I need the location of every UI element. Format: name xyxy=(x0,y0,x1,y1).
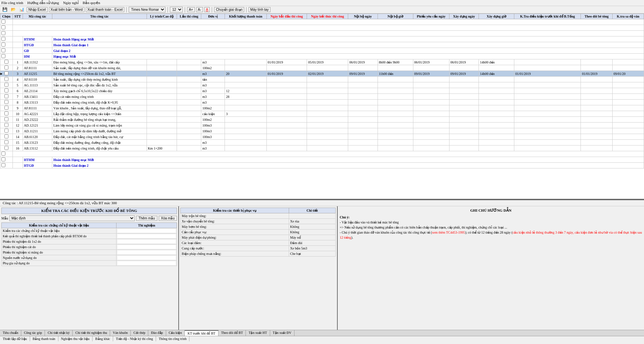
table-row[interactable]: HTGĐ Hoàn thành Giai đoạn 1 xyxy=(0,42,644,48)
middle-item-name: Máy phát điện dự phòng: xyxy=(181,235,289,240)
row-checkbox[interactable] xyxy=(4,146,8,150)
table-row[interactable]: 11 AD.23222 Rải thảm mặt đường bê tông n… xyxy=(0,117,644,123)
table-row[interactable] xyxy=(0,25,644,31)
checklist-item-value[interactable] xyxy=(117,250,177,255)
row-checkbox[interactable] xyxy=(4,106,8,110)
tab2-thông-tin-công-trình[interactable]: Thông tin công trình xyxy=(156,336,190,341)
save-icon[interactable]: 💾 xyxy=(1,7,8,12)
row-checkbox[interactable] xyxy=(1,37,5,41)
row-checkbox[interactable] xyxy=(4,94,8,98)
row-checkbox[interactable] xyxy=(4,100,8,104)
font-size-select[interactable]: 12 xyxy=(170,7,183,12)
checklist-item-value[interactable] xyxy=(117,244,177,250)
xoa-mau-button[interactable]: Xóa mẫu xyxy=(159,216,177,221)
table-row[interactable]: GĐ Giai đoạn 2 xyxy=(0,48,644,54)
tab-chi-tiết-thí-nghiệm-thu[interactable]: Chi tiết thí nghiệm thu xyxy=(73,330,110,336)
tab-cấu-kiện[interactable]: Cấu kiện xyxy=(166,330,185,336)
nhap-excel-button[interactable]: Nhập Excel xyxy=(27,7,48,12)
row-checkbox[interactable] xyxy=(1,25,5,29)
row-checkbox[interactable] xyxy=(4,111,8,115)
row-checkbox[interactable] xyxy=(4,129,8,133)
tab-tận-xuất-ht[interactable]: Tận xuất HT xyxy=(246,330,270,336)
table-row[interactable]: 9 AF.81111 Ván khuôn , Sản xuất, lắp dựn… xyxy=(0,105,644,111)
row-checkbox[interactable] xyxy=(4,77,8,81)
menu-holiday[interactable]: Ngày nghỉ xyxy=(63,1,79,5)
chuyen-giai-doan-button[interactable]: Chuyển giai đoạn xyxy=(214,7,244,12)
row-checkbox[interactable] xyxy=(1,20,5,24)
row-checkbox[interactable] xyxy=(1,163,5,167)
tab-kt-trước-khi-đổ-bt[interactable]: KT trước khi đổ BT xyxy=(185,330,218,336)
row-checkbox[interactable] xyxy=(4,83,8,87)
table-row[interactable] xyxy=(0,19,644,25)
table-row[interactable]: 6 AE.21114 Xây móng gạch chỉ 6,5x10,5x22… xyxy=(0,88,644,94)
tab2-tiến-độ---nhật-ký-thi-công[interactable]: Tiến độ - Nhật ký thi công xyxy=(113,336,156,341)
row-checkbox[interactable] xyxy=(4,60,8,64)
table-row[interactable]: 4 AF.61110 Sản xuất, lắp dựng cốt thép m… xyxy=(0,77,644,82)
table-container[interactable]: Chọn STT Mã công tác Tên công tác Lý trì… xyxy=(0,14,644,200)
tab2-bảng-khác[interactable]: Bảng khác xyxy=(93,336,113,341)
checklist-item-value[interactable] xyxy=(117,239,177,244)
excel-icon[interactable]: 📊 xyxy=(18,7,25,12)
table-row[interactable]: 15 AB.13123 Đắp đất móng đường ống, đườn… xyxy=(0,140,644,145)
row-checkbox[interactable] xyxy=(4,123,8,127)
row-checkbox[interactable] xyxy=(4,71,8,75)
tab-tiêu-chuẩn[interactable]: Tiêu chuẩn xyxy=(0,330,21,336)
table-row[interactable]: 10 AG.42221 Lắp đặt cống hộp, trọng lượn… xyxy=(0,111,644,117)
tab2-bảng-thanh-toán[interactable]: Bảng thanh toán xyxy=(30,336,58,341)
table-row[interactable]: 8 AB.13113 Đắp đất nền móng công trình, … xyxy=(0,100,644,105)
xuat-thanh-toan-button[interactable]: Xuất thanh toán - Excel xyxy=(86,7,124,12)
font-color-button[interactable]: A xyxy=(204,7,210,12)
them-mau-button[interactable]: Thêm mẫu xyxy=(136,216,157,221)
menu-file[interactable]: File công trình xyxy=(1,1,23,5)
table-row[interactable]: HM Hạng mục Mới xyxy=(0,54,644,59)
table-row[interactable]: 12 AD.12121 Làm lớp móng cát vàng gia cố… xyxy=(0,123,644,128)
table-row[interactable]: 2 AF.81111 Sản xuất, lắp dựng tháo dỡ vá… xyxy=(0,65,644,71)
tab-đào-đắp[interactable]: Đào đắp xyxy=(148,330,166,336)
tab-tận-xuất-đv[interactable]: Tận xuất ĐV xyxy=(270,330,294,336)
font-size-down-button[interactable]: A- xyxy=(196,7,203,12)
checklist-item-value[interactable] xyxy=(117,261,177,266)
table-row[interactable] xyxy=(0,151,644,157)
checklist-item-value[interactable] xyxy=(117,228,177,234)
table-row[interactable]: HTHM Hoàn thành Hạng mục Mới xyxy=(0,36,644,42)
table-row[interactable]: 7 AB.13411 Đắp cát nền móng công trình m… xyxy=(0,94,644,100)
row-checkbox[interactable] xyxy=(1,152,5,156)
tab-ván-khuôn[interactable]: Ván khuôn xyxy=(110,330,131,336)
table-row[interactable]: 14 AB.61120 Đắp đất, cát mặt bằng công t… xyxy=(0,134,644,140)
table-row[interactable]: ▶ 3 AF.11215 Bê tông móng rộng <=250cm đ… xyxy=(0,71,644,77)
table-row[interactable] xyxy=(0,31,644,36)
table-row[interactable]: HTHM Hoàn thành Hạng mục Mới xyxy=(0,157,644,163)
font-select[interactable]: Times New Romar xyxy=(129,7,165,12)
row-checkbox[interactable] xyxy=(4,65,8,70)
tab-chi-tiết-nhật-ký[interactable]: Chi tiết nhật ký xyxy=(45,330,73,336)
row-checkbox[interactable] xyxy=(4,134,8,138)
menu-copyright[interactable]: Bản quyền xyxy=(83,1,100,5)
tab-cốt-thép[interactable]: Cốt thép xyxy=(131,330,148,336)
cell-code: AF.61110 xyxy=(23,77,52,82)
tab2-thiết-lập-dữ-liệu[interactable]: Thiết lập dữ liệu xyxy=(0,336,30,341)
menu-guide[interactable]: Hướng dẫn sử dụng xyxy=(27,1,59,5)
table-row[interactable]: 16 AB.13112 Đắp đất nền móng công trình,… xyxy=(0,145,644,151)
row-checkbox[interactable] xyxy=(4,117,8,121)
row-checkbox[interactable] xyxy=(1,31,5,35)
tab-theo-dõi-đổ-bt[interactable]: Theo dõi đổ BT xyxy=(218,330,246,336)
font-size-up-button[interactable]: A+ xyxy=(187,7,195,12)
row-checkbox[interactable] xyxy=(1,157,5,161)
checklist-item-value[interactable] xyxy=(117,255,177,261)
row-checkbox[interactable] xyxy=(1,48,5,52)
open-icon[interactable]: 📂 xyxy=(10,7,17,12)
table-row[interactable]: 13 AD.11211 Làm móng cấp phối đá dăm lớp… xyxy=(0,128,644,134)
table-row[interactable]: HTGĐ Hoàn thành Giai đoạn 2 xyxy=(0,163,644,168)
tab2-nghiệm-thu-vật-liệu[interactable]: Nghiệm thu vật liệu xyxy=(58,336,93,341)
row-checkbox[interactable] xyxy=(4,140,8,144)
row-checkbox[interactable] xyxy=(1,54,5,58)
tab-công-tác-góp[interactable]: Công tác góp xyxy=(21,330,45,336)
checklist-item-value[interactable] xyxy=(117,234,177,239)
table-row[interactable]: 5 AG.11113 Sản xuất bê tông cọc, cột đúc… xyxy=(0,82,644,88)
row-checkbox[interactable] xyxy=(1,43,5,47)
may-tinh-tay-button[interactable]: Máy tính tay xyxy=(249,7,270,12)
xuat-bien-ban-button[interactable]: Xuất biên bản - Word xyxy=(49,7,84,12)
row-checkbox[interactable] xyxy=(4,88,8,92)
table-row[interactable]: 1 AB.11312 Đào móng băng, rộng <=3m, sâu… xyxy=(0,59,644,65)
mau-select[interactable]: Mặc định xyxy=(9,215,135,221)
